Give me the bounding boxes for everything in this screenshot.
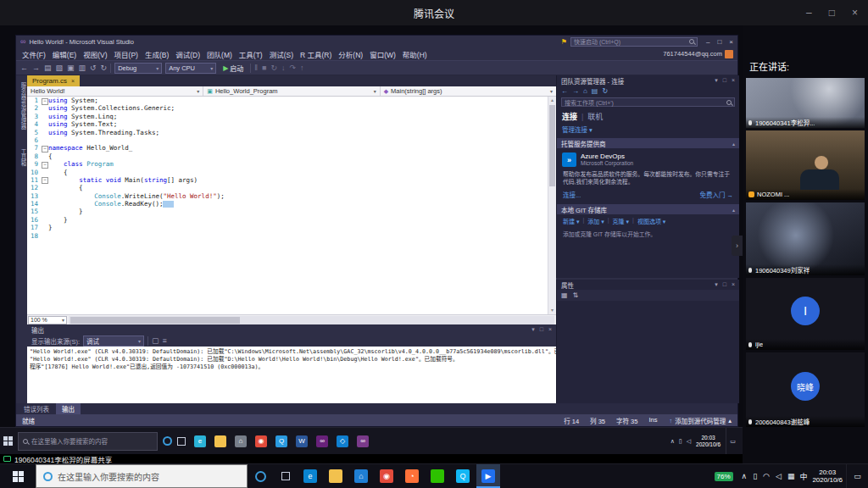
action-center-icon[interactable]: ▭ [846, 464, 868, 488]
close-button[interactable]: × [852, 7, 858, 19]
start-debug-button[interactable]: ▶ 启动 [220, 64, 247, 73]
pause-icon[interactable]: ‖ [254, 64, 258, 72]
member-dropdown[interactable]: ◆ Main(string[] args)▾ [381, 86, 556, 96]
chrome-icon[interactable]: ◉ [375, 464, 398, 488]
task-view-icon[interactable] [177, 437, 186, 446]
panel-float-icon[interactable]: □ [723, 281, 726, 288]
side-tab-1[interactable]: 工具箱 [18, 143, 27, 171]
cortana-icon[interactable] [163, 436, 172, 446]
zoom-dropdown[interactable]: 100 %▾ [28, 316, 67, 324]
alphabetical-icon[interactable]: ⇅ [573, 291, 579, 299]
te-online-link[interactable]: 联机 [587, 111, 603, 122]
editor-horizontal-scrollbar[interactable] [69, 316, 554, 324]
visual-studio-icon[interactable]: ∞ [313, 428, 331, 454]
type-dropdown[interactable]: ▣ Hello_World_Program▾ [203, 86, 380, 96]
word-icon[interactable]: W [292, 428, 311, 454]
volume-icon[interactable]: ◁ [687, 438, 691, 445]
navigate-back-icon[interactable]: ← [20, 64, 28, 72]
volume-icon[interactable]: ◁ [776, 472, 782, 480]
restart-icon[interactable]: ↻ [270, 64, 277, 72]
task-view-button[interactable] [273, 464, 298, 488]
menu-item[interactable]: 调试(D) [172, 49, 203, 59]
taskbar-clock[interactable]: 20:03 2020/10/6 [812, 469, 843, 485]
shared-search-box[interactable]: 在这里输入你要搜索的内容 [18, 432, 158, 451]
start-button[interactable] [0, 464, 36, 488]
menu-item[interactable]: 工具(T) [236, 49, 266, 59]
menu-item[interactable]: 测试(S) [266, 49, 297, 59]
local-git-section[interactable]: 本地 GIT 存储库 ▴ [557, 204, 739, 214]
git-action-0[interactable]: 新建 ▾ [563, 217, 579, 225]
sidebar-collapse-button[interactable]: › [732, 236, 743, 256]
output-panel-header[interactable]: 输出 ▾ □ × [27, 324, 556, 335]
fold-marker[interactable] [41, 160, 48, 168]
chrome-icon[interactable]: ◉ [252, 428, 270, 454]
menu-item[interactable]: 帮助(H) [399, 49, 431, 59]
add-to-source-control-button[interactable]: ↑ 添加到源代码管理 ▴ [669, 416, 732, 425]
panel-dropdown-icon[interactable]: ▾ [715, 281, 718, 288]
participant-tile[interactable]: Iijie [746, 278, 865, 350]
git-action-3[interactable]: 视图选项 ▾ [637, 217, 665, 225]
editor-vertical-scrollbar[interactable]: ▴ ▾ [548, 97, 556, 314]
git-action-2[interactable]: 克隆 ▾ [613, 217, 629, 225]
panel-dropdown-icon[interactable]: ▾ [531, 326, 535, 333]
bottom-tab[interactable]: 输出 [56, 403, 81, 414]
panel-float-icon[interactable]: □ [540, 326, 543, 333]
account-info[interactable]: 761744544@qq.com [663, 50, 735, 58]
qq-icon[interactable]: Q [451, 464, 475, 488]
panel-close-icon[interactable]: × [732, 77, 735, 84]
open-file-icon[interactable]: ▧ [56, 64, 64, 72]
get-started-link[interactable]: 免费入门 → [699, 190, 733, 199]
minimize-button[interactable]: – [806, 7, 812, 19]
document-tab-programcs[interactable]: Program.cs × [27, 75, 80, 86]
panel-close-icon[interactable]: × [732, 281, 735, 288]
maximize-button[interactable]: □ [829, 7, 835, 19]
home-icon[interactable]: ⌂ [583, 87, 587, 95]
qq-icon[interactable]: Q [272, 428, 291, 454]
menu-item[interactable]: 编辑(E) [49, 49, 80, 59]
participant-tile[interactable]: NOZOMI ... [746, 130, 865, 200]
scroll-down-icon[interactable]: ▾ [548, 307, 556, 314]
menu-item[interactable]: 文件(F) [19, 49, 49, 59]
scrollbar-thumb[interactable] [549, 105, 555, 186]
redo-icon[interactable]: ↻ [101, 64, 108, 72]
fold-marker[interactable] [41, 176, 48, 184]
vscode-icon[interactable]: ◇ [333, 428, 352, 454]
chevron-up-icon[interactable]: ∧ [670, 438, 675, 445]
menu-item[interactable]: 团队(M) [203, 49, 236, 59]
menu-item[interactable]: 视图(V) [80, 49, 110, 59]
work-item-search-input[interactable]: 搜索工作项 (Ctrl+') [561, 97, 735, 107]
menu-item[interactable]: 分析(N) [335, 49, 366, 59]
battery-icon[interactable]: ▯ [679, 438, 682, 445]
work-items-icon[interactable]: ▤ [592, 87, 598, 95]
touch-keyboard-icon[interactable]: ▦ [787, 472, 795, 480]
solution-config-dropdown[interactable]: Debug▾ [114, 63, 162, 74]
hosted-providers-section[interactable]: 托管服务提供商 ▴ [557, 138, 739, 148]
panel-close-icon[interactable]: × [548, 326, 552, 333]
save-icon[interactable]: ▣ [67, 64, 75, 72]
panel-dropdown-icon[interactable]: ▾ [715, 77, 718, 84]
participant-tile[interactable]: 1906040349刘家祥 [746, 202, 865, 275]
participant-tile[interactable]: 1906040341李松羿... [746, 78, 865, 128]
side-tab-0[interactable]: 服务器资源管理器 [18, 77, 27, 135]
code-editor[interactable]: 1using System;2using System.Collections.… [27, 97, 548, 314]
action-center-icon[interactable]: ▭ [726, 428, 739, 454]
manage-connections-link[interactable]: 管理连接 ▾ [557, 123, 739, 136]
menu-item[interactable]: 项目(P) [111, 49, 142, 59]
taskbar-search-box[interactable]: 在这里输入你要搜索的内容 [36, 464, 248, 488]
vs-titlebar[interactable]: ∞ Hello World! - Microsoft Visual Studio… [16, 36, 737, 47]
vs-maximize-button[interactable]: □ [717, 38, 721, 46]
network-icon[interactable]: ◠ [763, 472, 770, 480]
connect-link[interactable]: 连接... [563, 190, 581, 199]
project-dropdown[interactable]: Hello World!▾ [27, 86, 203, 96]
new-file-icon[interactable]: ▤ [44, 64, 52, 72]
clear-output-icon[interactable]: ▢ [152, 337, 159, 345]
notifications-flag-icon[interactable]: ⚑ [561, 38, 567, 46]
start-button-shared[interactable] [3, 436, 13, 446]
edge-icon[interactable]: e [191, 428, 209, 454]
collapse-icon[interactable]: ▴ [732, 207, 735, 213]
wechat-icon[interactable] [426, 464, 449, 488]
categorized-icon[interactable]: ▦ [561, 291, 568, 299]
tencent-meeting-icon[interactable]: ▶ [476, 464, 500, 488]
forward-icon[interactable]: → [572, 87, 579, 95]
git-action-1[interactable]: 添加 ▾ [587, 217, 604, 225]
